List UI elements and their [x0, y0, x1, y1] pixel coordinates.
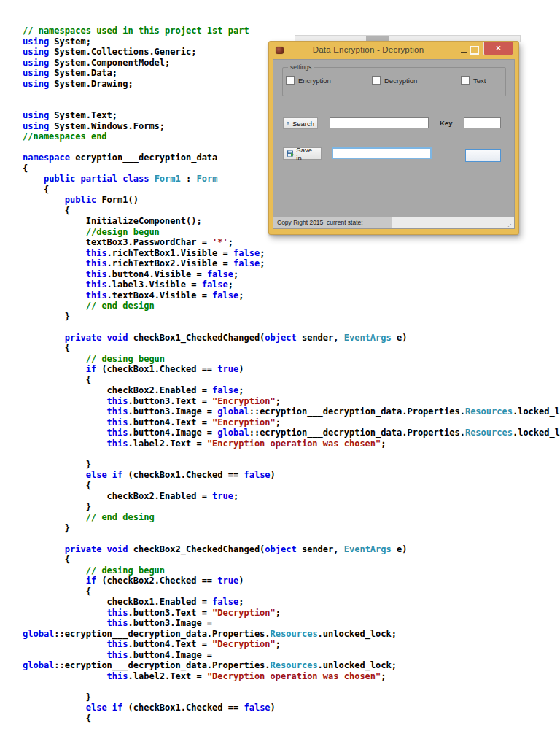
code-line: } — [23, 460, 560, 471]
code-line: global::ecryption___decryption_data.Prop… — [23, 629, 560, 640]
code-line: else if (checkBox1.Checked == false) — [23, 470, 560, 481]
code-line: { — [23, 481, 560, 492]
search-button[interactable]: Search — [283, 117, 318, 129]
decryption-checkbox-label: Decryption — [384, 77, 417, 85]
save-path-input[interactable] — [332, 147, 432, 159]
form-client-area: settings Encryption Decryption Text Sear… — [273, 59, 515, 229]
code-line: this.button4.Visible = false; — [23, 269, 560, 280]
encryption-checkbox-box[interactable] — [286, 76, 295, 85]
scrollbar-thumb — [366, 36, 389, 41]
checkbox-text[interactable]: Text — [461, 76, 486, 85]
code-line: this.button3.Text = "Encryption"; — [23, 396, 560, 407]
file-path-input[interactable] — [330, 117, 429, 128]
action-button[interactable] — [465, 149, 501, 162]
code-line: // desing begun — [23, 565, 560, 576]
save-icon — [287, 150, 294, 158]
code-line: // desing begun — [23, 354, 560, 365]
code-line: this.label2.Text = "Encryption operation… — [23, 438, 560, 449]
minimize-icon[interactable] — [459, 44, 470, 56]
code-line: this.button4.Image = global::ecryption__… — [23, 427, 560, 438]
code-line: checkBox2.Enabled = false; — [23, 385, 560, 396]
status-bar: Copy Right 2015 current state: ⋰ — [273, 217, 514, 228]
code-line: } — [23, 311, 560, 322]
encryption-checkbox-label: Encryption — [298, 77, 331, 85]
code-line: } — [23, 502, 560, 513]
code-line — [23, 681, 560, 692]
key-label: Key — [440, 119, 452, 127]
text-checkbox-box[interactable] — [461, 76, 470, 85]
checkbox-decryption[interactable]: Decryption — [372, 76, 417, 85]
app-icon — [276, 47, 284, 54]
data-encryption-window: Data Encryption - Decryption ✕ settings … — [268, 41, 519, 235]
code-line: this.richTextBox1.Visible = false; — [23, 248, 560, 259]
window-title: Data Encryption - Decryption — [298, 45, 438, 54]
code-line: this.button4.Text = "Encryption"; — [23, 417, 560, 428]
maximize-icon[interactable] — [470, 46, 479, 55]
code-line: { — [23, 587, 560, 597]
code-line: this.label3.Visible = false; — [23, 279, 560, 290]
code-line — [23, 449, 560, 460]
settings-groupbox: settings Encryption Decryption Text — [282, 67, 506, 96]
code-line: private void checkBox1_CheckedChanged(ob… — [23, 333, 560, 344]
code-line: this.richTextBox2.Visible = false; — [23, 258, 560, 269]
code-line: if (checkBox2.Checked == true) — [23, 576, 560, 587]
search-button-label: Search — [292, 120, 314, 128]
code-line: // end design — [23, 301, 560, 311]
code-line: global::ecryption___decryption_data.Prop… — [23, 660, 560, 671]
titlebar: Data Encryption - Decryption ✕ — [269, 42, 518, 59]
settings-groupbox-label: settings — [288, 63, 314, 71]
code-line: { — [23, 343, 560, 354]
resize-grip-icon[interactable]: ⋰ — [508, 222, 513, 228]
save-in-button-label: Save in — [296, 146, 318, 162]
code-line: private void checkBox2_CheckedChanged(ob… — [23, 544, 560, 555]
code-line: } — [23, 692, 560, 703]
code-line: { — [23, 554, 560, 565]
code-line: } — [23, 523, 560, 534]
close-icon[interactable]: ✕ — [483, 42, 513, 55]
code-line: else if (checkBox1.Checked == false) — [23, 703, 560, 713]
code-line — [23, 533, 560, 544]
window-controls: ✕ — [459, 42, 513, 59]
save-in-button[interactable]: Save in — [283, 147, 322, 160]
code-line: this.label2.Text = "Decryption operation… — [23, 671, 560, 682]
code-line: checkBox1.Enabled = false; — [23, 597, 560, 608]
code-line: this.button3.Image = global::ecryption__… — [23, 406, 560, 417]
code-line: textBox3.PasswordChar = '*'; — [23, 237, 560, 248]
search-icon — [287, 120, 290, 128]
code-line: this.textBox4.Visible = false; — [23, 290, 560, 301]
code-line: this.button3.Image = — [23, 618, 560, 629]
code-line: { — [23, 375, 560, 386]
key-input[interactable] — [464, 117, 501, 128]
text-checkbox-label: Text — [473, 77, 486, 85]
code-line: this.button4.Image = — [23, 650, 560, 661]
code-line: { — [23, 713, 560, 724]
code-line — [23, 322, 560, 333]
code-line: checkBox2.Enabled = true; — [23, 491, 560, 502]
code-line: this.button3.Text = "Decryption"; — [23, 608, 560, 619]
code-line: // end desing — [23, 512, 560, 523]
code-line: this.button4.Text = "Decryption"; — [23, 639, 560, 650]
decryption-checkbox-box[interactable] — [372, 76, 381, 85]
status-text: Copy Right 2015 current state: — [273, 217, 392, 228]
code-line: if (checkBox1.Checked == true) — [23, 364, 560, 375]
checkbox-encryption[interactable]: Encryption — [286, 76, 331, 85]
